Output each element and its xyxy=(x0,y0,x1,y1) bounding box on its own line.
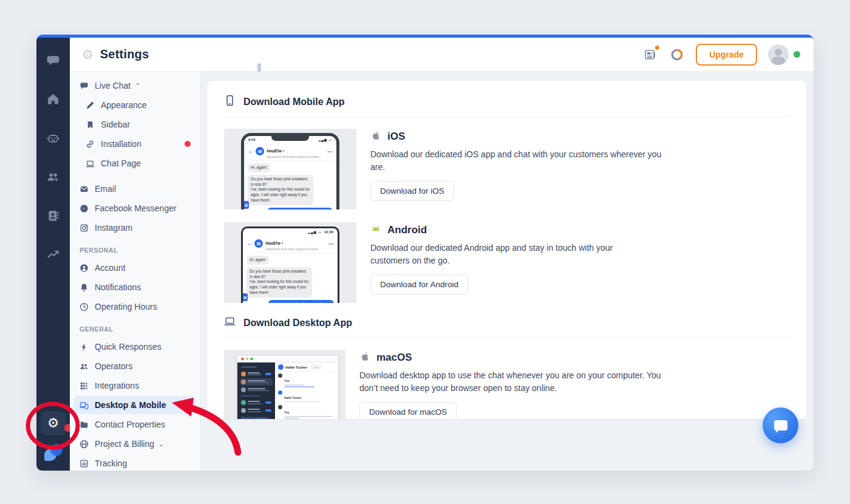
mobile-section-title: Download Mobile App xyxy=(243,97,345,107)
nav-item-label: Tracking xyxy=(95,458,127,468)
nav-item-label: Operating Hours xyxy=(95,302,157,312)
account-icon xyxy=(79,263,89,273)
page-title: Settings xyxy=(100,47,149,61)
news-badge xyxy=(655,46,659,50)
settings-nav: Live Chat⌃AppearanceSidebarInstallationC… xyxy=(70,72,201,471)
nav-item-chat-page[interactable]: Chat Page xyxy=(73,154,195,172)
nav-item-label: Account xyxy=(95,263,126,273)
bolt-icon xyxy=(79,342,89,352)
chat-widget-button[interactable] xyxy=(763,407,798,443)
nav-item-label: Live Chat xyxy=(95,81,131,90)
macos-title: macOS xyxy=(376,352,412,364)
nav-item-label: Appearance xyxy=(101,100,147,110)
desktop-section-title: Download Desktop App xyxy=(243,318,352,329)
contacts-icon[interactable] xyxy=(36,202,70,230)
nav-item-label: Quick Responses xyxy=(95,342,162,352)
nav-item-label: Desktop & Mobile xyxy=(95,400,166,410)
apple-icon xyxy=(370,130,381,143)
macos-row: See all conversations › Hallie TuckerClo… xyxy=(224,350,789,419)
laptop-icon xyxy=(224,316,236,330)
devices-icon xyxy=(79,400,89,410)
link-icon xyxy=(85,139,95,149)
ios-row: 9:41▂▄▆ ▭ ← W #wu87w ›/panelskull-skull-… xyxy=(224,129,789,209)
nav-item-account[interactable]: Account xyxy=(73,259,195,277)
nav-item-quick-responses[interactable]: Quick Responses xyxy=(73,338,195,356)
bot-icon[interactable] xyxy=(36,124,70,152)
chat-bubble-icon[interactable] xyxy=(36,46,70,74)
pen-icon xyxy=(85,100,95,110)
online-status-dot xyxy=(794,51,800,58)
team-icon[interactable] xyxy=(36,163,70,191)
mobile-section-header: Download Mobile App xyxy=(224,95,789,117)
envelope-icon xyxy=(79,184,89,194)
smartphone-icon xyxy=(224,95,236,109)
android-row: ▂▄▆ ▭12:30 ← W #wu87w ›/panelskull-skull… xyxy=(224,222,789,303)
nav-item-contact-properties[interactable]: Contact Properties xyxy=(73,415,195,434)
nav-item-label: Facebook Messenger xyxy=(95,203,177,213)
desktop-section-header: Download Desktop App xyxy=(224,316,789,338)
nav-item-label: Chat Page xyxy=(101,158,141,168)
clock-icon xyxy=(79,302,89,312)
globe-icon xyxy=(79,439,89,449)
upgrade-button[interactable]: Upgrade xyxy=(696,44,757,66)
nav-item-label: Installation xyxy=(101,139,141,149)
laptop-icon xyxy=(85,158,95,168)
nav-item-label: Instagram xyxy=(95,223,132,233)
nav-item-label: Project & Billing xyxy=(95,439,154,449)
main-area: Download Mobile App 9:41▂▄▆ ▭ ← W #wu87w… xyxy=(201,72,814,471)
nav-item-live-chat[interactable]: Live Chat⌃ xyxy=(73,77,195,95)
macos-app-preview: See all conversations › Hallie TuckerClo… xyxy=(224,350,345,419)
android-app-preview: ▂▄▆ ▭12:30 ← W #wu87w ›/panelskull-skull… xyxy=(224,222,356,303)
nav-item-label: Email xyxy=(95,184,116,194)
gear-icon: ⚙ xyxy=(82,48,93,61)
nav-item-appearance[interactable]: Appearance xyxy=(73,96,195,114)
folder-icon xyxy=(79,420,89,429)
nav-item-project-billing[interactable]: Project & Billing⌄ xyxy=(73,435,195,453)
download-macos-button[interactable]: Download for macOS xyxy=(359,402,457,419)
nav-item-facebook-messenger[interactable]: Facebook Messenger xyxy=(73,199,195,217)
download-ios-button[interactable]: Download for iOS xyxy=(370,181,454,201)
instagram-icon xyxy=(79,223,89,233)
nav-item-label: Integrations xyxy=(95,381,139,390)
nav-item-installation[interactable]: Installation xyxy=(73,135,195,153)
content-card: Download Mobile App 9:41▂▄▆ ▭ ← W #wu87w… xyxy=(207,81,806,419)
app-window: ⚙ ⚙ Settings Upgrade Live Chat⌃Appearanc… xyxy=(36,35,814,471)
nav-section-general: GENERAL xyxy=(73,317,195,338)
usage-ring-icon[interactable] xyxy=(669,47,685,63)
bookmark-icon xyxy=(85,120,95,129)
settings-gear-icon[interactable]: ⚙ xyxy=(41,411,66,435)
home-icon[interactable] xyxy=(36,85,70,113)
nav-item-sidebar[interactable]: Sidebar xyxy=(73,115,195,134)
news-icon[interactable] xyxy=(642,47,658,63)
apple-icon xyxy=(359,351,370,364)
android-desc: Download our dedicated Android app and s… xyxy=(370,242,653,267)
android-title: Android xyxy=(387,224,427,236)
chatway-logo[interactable] xyxy=(44,444,63,461)
nav-item-email[interactable]: Email xyxy=(73,180,195,198)
download-android-button[interactable]: Download for Android xyxy=(370,274,468,295)
messenger-icon xyxy=(79,203,89,213)
chat-icon xyxy=(79,81,89,90)
people-icon xyxy=(79,361,89,371)
nav-item-tracking[interactable]: Tracking xyxy=(73,454,195,472)
ios-app-preview: 9:41▂▄▆ ▭ ← W #wu87w ›/panelskull-skull-… xyxy=(224,129,356,209)
page-header: ⚙ Settings Upgrade xyxy=(70,38,814,72)
nav-item-notifications[interactable]: Notifications xyxy=(73,278,195,296)
app-rail: ⚙ xyxy=(36,38,70,471)
nav-item-label: Operators xyxy=(95,361,132,371)
ios-desc: Download our dedicated iOS app and chat … xyxy=(370,148,662,174)
notification-badge xyxy=(185,141,191,147)
nav-item-operators[interactable]: Operators xyxy=(73,357,195,375)
analytics-icon[interactable] xyxy=(36,240,70,268)
macos-desc: Download desktop app to use the chat whe… xyxy=(359,369,666,395)
nav-item-integrations[interactable]: Integrations xyxy=(73,376,195,395)
nav-item-desktop-mobile[interactable]: Desktop & Mobile xyxy=(73,396,195,414)
ios-title: iOS xyxy=(387,131,405,143)
chat-widget-icon xyxy=(774,420,787,431)
chart-icon xyxy=(79,458,89,468)
nav-item-instagram[interactable]: Instagram xyxy=(73,219,195,237)
nav-item-operating-hours[interactable]: Operating Hours xyxy=(73,298,195,316)
grid-icon xyxy=(79,381,89,390)
user-avatar[interactable] xyxy=(768,44,789,65)
nav-item-label: Contact Properties xyxy=(95,420,165,429)
